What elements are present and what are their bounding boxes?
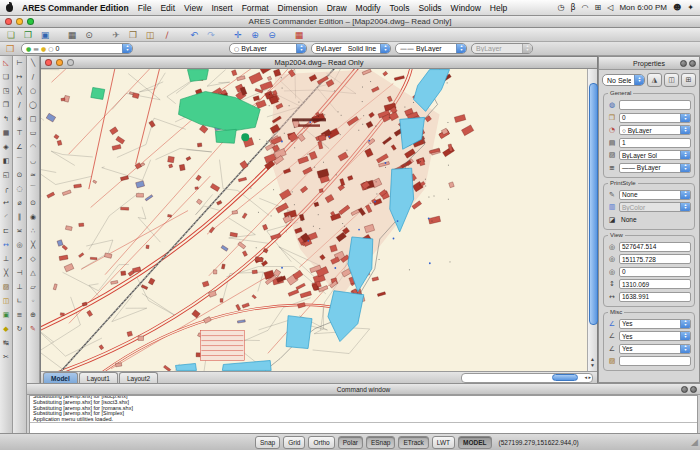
tool-icon-col1-2[interactable]: ◳ [0,84,12,98]
tool-icon-col2-8[interactable]: ⊙ [13,168,26,182]
tool-icon-col2-12[interactable]: ≍ [13,224,26,238]
properties-panel-header[interactable]: Properties [599,57,699,70]
horizontal-scroll-thumb[interactable] [552,374,578,381]
status-polar-button[interactable]: Polar [338,436,363,449]
clock-icon[interactable]: ◷ [557,3,564,12]
bluetooth-icon[interactable]: β [570,3,575,12]
tool-icon-col3-3[interactable]: ◯ [27,98,39,112]
print-icon[interactable]: ▦ [65,29,79,41]
menu-solids[interactable]: Solids [418,3,441,13]
layer-dropdown[interactable]: ● ▬ ● ○ 0 ▲▼ [21,43,133,54]
plot-icon[interactable]: ✈ [109,29,123,41]
ucs-viewport-select[interactable]: Yes▲▼ [619,344,691,354]
tool-icon-col1-1[interactable]: ❏ [0,70,12,84]
tool-icon-col2-16[interactable]: ⊥ [13,280,26,294]
tool-icon-col3-8[interactable]: ≈ [27,168,39,182]
copy-icon[interactable]: ❐ [126,29,140,41]
scroll-arrows-icon[interactable]: ▲▼ [588,353,597,371]
tool-icon-col3-0[interactable]: ╲ [27,56,39,70]
tab-layout1[interactable]: Layout1 [79,372,118,383]
volume-icon[interactable]: ◁ [607,3,613,12]
tool-icon-col3-16[interactable]: ▱ [27,280,39,294]
tool-icon-col2-10[interactable]: ⌀ [13,196,26,210]
view-height-field[interactable]: 1310.069 [619,279,691,289]
command-history[interactable]: Substituting [aremp.shx] for [isocp.shx]… [29,395,698,434]
app-menu-title[interactable]: ARES Commander Edition [22,3,129,13]
tool-icon-col1-6[interactable]: ◈ [0,140,12,154]
tool-icon-col3-9[interactable]: ⌒ [27,182,39,196]
linescale-field[interactable]: 1 [619,138,691,148]
tool-icon-col3-14[interactable]: ◇ [27,252,39,266]
open-file-icon[interactable]: ❐ [21,29,35,41]
tool-icon-col2-17[interactable]: ∟ [13,294,26,308]
menu-clock[interactable]: Mon 6:00 PM [619,3,667,12]
status-snap-button[interactable]: Snap [255,436,280,449]
tool-icon-col1-20[interactable]: ↹ [0,336,12,350]
view-width-field[interactable]: 1638.991 [619,292,691,302]
tool-icon-col2-6[interactable]: ∠ [13,140,26,154]
ucs-origin-select[interactable]: Yes▲▼ [619,331,691,341]
layer-manager-icon[interactable]: ❒ [3,43,17,55]
user-icon[interactable]: ☻ [673,3,681,12]
status-etrack-button[interactable]: ETrack [398,436,428,449]
zoom-out-icon[interactable]: ⊖ [265,29,279,41]
app-window-titlebar[interactable]: ARES Commander Edition – [Map2004.dwg– R… [0,16,700,28]
pan-icon[interactable]: ✛ [231,29,245,41]
print-preview-icon[interactable]: ⊙ [82,29,96,41]
menu-window[interactable]: Window [451,3,481,13]
tool-icon-col1-9[interactable]: ╭ [0,182,12,196]
vertical-scrollbar[interactable]: ▲▼ [587,69,597,371]
menu-file[interactable]: File [138,3,152,13]
map-drawing-canvas[interactable] [41,69,587,371]
tool-icon-col2-0[interactable]: ⊢ [13,56,26,70]
tool-icon-col1-10[interactable]: ↩ [0,196,12,210]
lineweight-select[interactable]: —— ByLayer▲▼ [619,163,691,173]
tool-icon-col1-18[interactable]: ▣ [0,308,12,322]
quick-select-button[interactable]: ◫ [664,73,679,87]
menu-draw[interactable]: Draw [327,3,347,13]
tool-icon-col3-1[interactable]: ∕ [27,70,39,84]
vertical-scroll-thumb[interactable] [589,83,598,325]
tool-icon-col1-21[interactable]: ✂ [0,350,12,364]
hyperlink-field[interactable] [619,100,691,110]
tool-icon-col3-12[interactable]: ∴ [27,224,39,238]
wifi-icon[interactable]: ◠ [582,3,589,12]
tool-icon-col1-13[interactable]: ↔ [0,238,12,252]
tool-icon-col3-13[interactable]: ╳ [27,238,39,252]
status-grid-button[interactable]: Grid [283,436,305,449]
status-model-button[interactable]: MODEL [458,436,491,449]
status-lwt-button[interactable]: LWT [432,436,455,449]
panel-close-button[interactable] [689,60,696,67]
tool-icon-col2-3[interactable]: ∕ [13,98,26,112]
panel-collapse-button[interactable] [680,60,687,67]
tool-icon-col1-12[interactable]: ⊏ [0,224,12,238]
tool-icon-col1-7[interactable]: ◧ [0,154,12,168]
tool-icon-col2-14[interactable]: ↗ [13,252,26,266]
input-menu-icon[interactable]: ⊞ [595,3,602,12]
status-esnap-button[interactable]: ESnap [366,436,396,449]
tool-icon-col2-13[interactable]: ◎ [13,238,26,252]
tool-icon-col2-7[interactable]: ⌒ [13,154,26,168]
tool-icon-col1-19[interactable]: ◆ [0,322,12,336]
menu-insert[interactable]: Insert [211,3,232,13]
tab-layout2[interactable]: Layout2 [119,372,158,383]
tool-icon-col2-5[interactable]: ⊤ [13,126,26,140]
tool-icon-col2-11[interactable]: ∥ [13,210,26,224]
tool-icon-col1-3[interactable]: ❐ [0,98,12,112]
redo-icon[interactable]: ↷ [204,29,218,41]
tool-icon-col1-4[interactable]: ↰ [0,112,12,126]
tool-icon-col3-10[interactable]: ⊙ [27,196,39,210]
tool-icon-col3-15[interactable]: △ [27,266,39,280]
tool-icon-col3-18[interactable]: ⊕ [27,308,39,322]
tool-icon-col3-11[interactable]: ◉ [27,210,39,224]
tool-icon-col3-5[interactable]: ▭ [27,126,39,140]
tool-icon-col1-15[interactable]: ╳ [0,266,12,280]
menu-modify[interactable]: Modify [356,3,381,13]
tool-icon-col2-9[interactable]: ◌ [13,182,26,196]
tool-icon-col3-4[interactable]: □ [27,112,39,126]
camera-z-field[interactable]: 0 [619,267,691,277]
menu-tools[interactable]: Tools [390,3,410,13]
menu-format[interactable]: Format [242,3,269,13]
tab-model[interactable]: Model [43,372,78,383]
command-window-header[interactable]: Command window [27,384,700,395]
